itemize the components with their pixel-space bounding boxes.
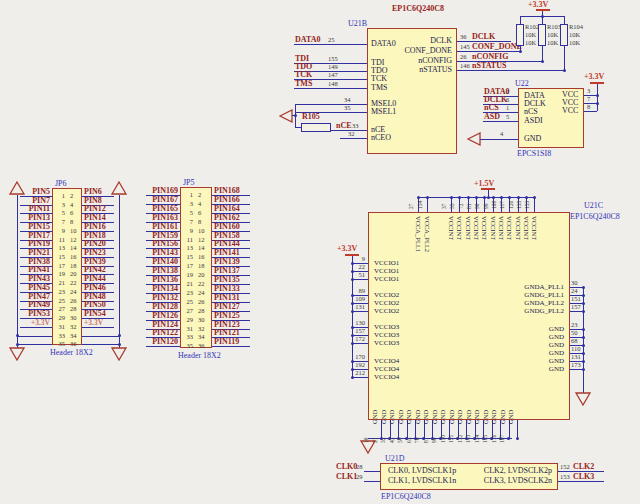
header-pin-number: 13 xyxy=(184,244,193,251)
wire xyxy=(17,344,52,345)
header-pin-number: 36 xyxy=(70,340,77,347)
pin-name: GND xyxy=(448,410,455,424)
pin-number: 132 xyxy=(457,435,464,443)
header-pin-number: 28 xyxy=(70,305,77,312)
junction-dot xyxy=(483,196,486,199)
header-pin-number: 30 xyxy=(198,316,205,323)
r105-resistor xyxy=(301,123,331,132)
pin-name: GND xyxy=(524,134,541,143)
net-label: PIN162 xyxy=(214,213,240,222)
header-pin-number: 28 xyxy=(198,307,205,314)
header-pin-number: 25 xyxy=(184,298,193,305)
resistor-value: 10K xyxy=(569,31,580,38)
wire xyxy=(212,346,250,347)
pin-number: 149 xyxy=(328,63,338,70)
net-label: DCLK xyxy=(472,32,495,41)
net-label: nSTATUS xyxy=(472,61,506,70)
pin-number: 99 xyxy=(483,204,490,210)
pin-name: VCCIO2 xyxy=(374,307,399,316)
wire xyxy=(352,279,368,280)
header-pin-number: 14 xyxy=(198,244,205,251)
net-label: PIN19 xyxy=(18,239,50,248)
pin-number: 23 xyxy=(571,321,578,328)
net-label: +3.3V xyxy=(18,318,50,327)
pin-number: 10 xyxy=(363,438,370,444)
wire xyxy=(483,121,518,122)
header-pin-number: 33 xyxy=(56,332,65,339)
header-pin-number: 17 xyxy=(184,262,193,269)
pin-number: 126 xyxy=(508,201,515,209)
net-label: PIN166 xyxy=(214,195,240,204)
header-pin-number: 27 xyxy=(56,305,65,312)
pin-name: nCS xyxy=(524,107,538,116)
pin-number: 187 xyxy=(499,435,506,443)
pin-name: VCC xyxy=(562,106,578,115)
pin-number: 153 xyxy=(560,473,570,480)
junction-dot xyxy=(582,302,585,305)
pin-number: 35 xyxy=(344,104,351,111)
pin-number: 151 xyxy=(571,295,581,302)
pin-number: 170 xyxy=(351,353,365,360)
pin-name: GND xyxy=(380,410,387,424)
net-label: nCONFIG xyxy=(472,52,508,61)
wire xyxy=(352,377,368,378)
pin-name: VCCINT xyxy=(481,216,488,240)
pin-name: VCCINT xyxy=(448,216,455,240)
wire xyxy=(146,346,180,347)
power-label: +1.5V xyxy=(474,179,494,188)
net-label: PIN126 xyxy=(144,311,178,320)
header-pin-number: 21 xyxy=(56,279,65,286)
pin-number: 54 xyxy=(397,438,404,444)
wire xyxy=(584,111,597,112)
net-label: PIN49 xyxy=(18,300,50,309)
header-pin-number: 18 xyxy=(198,262,205,269)
jp6-designator: JP6 xyxy=(55,179,67,188)
wire xyxy=(597,84,598,111)
pin-number: 72 xyxy=(458,204,465,210)
gnd-arrow-icon xyxy=(111,347,127,361)
header-pin-number: 7 xyxy=(184,218,193,225)
pin-number: 81 xyxy=(466,204,473,210)
pin-name: GND xyxy=(500,365,564,374)
header-pin-number: 20 xyxy=(70,270,77,277)
net-label: PIN124 xyxy=(144,320,178,329)
u21b-designator: U21B xyxy=(348,19,367,28)
header-pin-number: 11 xyxy=(184,236,193,243)
power-bar xyxy=(590,82,604,84)
pin-number: 68 xyxy=(571,337,578,344)
net-label: +3.3V xyxy=(84,318,103,327)
junction-dot xyxy=(467,196,470,199)
junction-dot xyxy=(582,294,585,297)
header-pin-number: 31 xyxy=(56,323,65,330)
pin-number: 157 xyxy=(351,327,365,334)
net-label: PIN141 xyxy=(214,248,240,257)
header-pin-number: 14 xyxy=(70,244,77,251)
header-pin-number: 35 xyxy=(184,342,193,349)
junction-dot xyxy=(458,196,461,199)
resistor-designator: R102 xyxy=(525,23,539,30)
pin-number: 25 xyxy=(328,36,335,43)
u22-part-number: EPCS1SI8 xyxy=(517,149,551,158)
net-label: PIN45 xyxy=(18,283,50,292)
pullup-resistor xyxy=(560,24,568,46)
pin-number: 109 xyxy=(351,295,365,302)
header-pin-number: 27 xyxy=(184,307,193,314)
header-pin-number: 32 xyxy=(70,323,77,330)
header-pin-number: 26 xyxy=(198,298,205,305)
junction-dot xyxy=(541,60,544,63)
wire xyxy=(480,139,518,140)
schematic-canvas: U21BEP1C6Q240C8DATA0DATA025TDITDI155TDOT… xyxy=(0,0,640,504)
pin-name: GND xyxy=(465,410,472,424)
u21b-part-number: EP1C6Q240C8 xyxy=(392,4,444,13)
net-label: CLK0 xyxy=(336,462,357,471)
header-pin-number: 25 xyxy=(56,297,65,304)
pullup-resistor xyxy=(538,24,546,46)
net-label: PIN20 xyxy=(84,239,106,248)
net-label: PIN158 xyxy=(214,231,240,240)
net-label: PIN143 xyxy=(144,248,178,257)
header-pin-number: 23 xyxy=(56,288,65,295)
pin-number: 110 xyxy=(571,345,581,352)
net-label: PIN164 xyxy=(214,204,240,213)
net-label: PIN43 xyxy=(18,274,50,283)
pin-name: MSEL1 xyxy=(371,107,396,116)
